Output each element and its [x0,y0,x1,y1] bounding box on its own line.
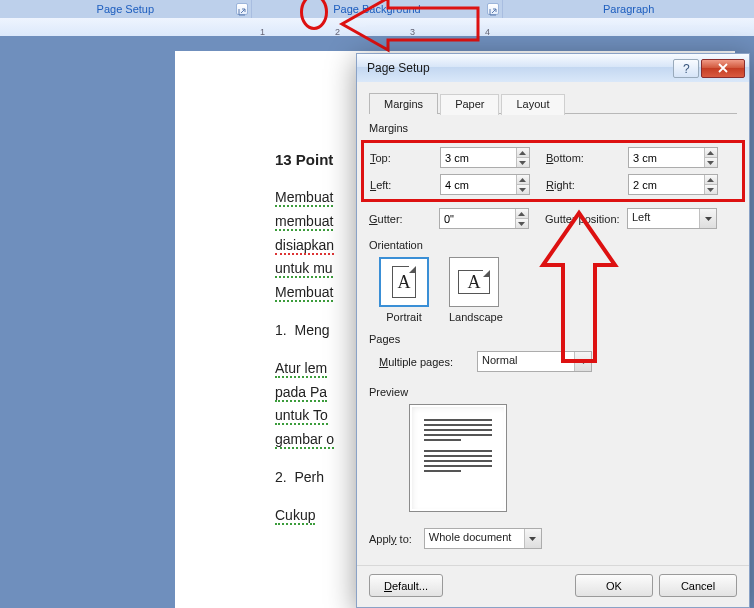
landscape-thumb: A [449,257,499,307]
annotation-arrow-up [539,209,619,373]
page-setup-dialog: Page Setup ? Margins Paper Layout Margin… [356,53,750,608]
portrait-thumb: A [379,257,429,307]
dialog-footer: Default... OK Cancel [357,565,749,607]
apply-to-label: Apply to: [369,533,412,545]
dialog-help-button[interactable]: ? [673,59,699,78]
annotation-highlight-box: Top: Bottom: Left: Right: [361,140,745,202]
top-margin-input[interactable] [441,148,516,167]
top-margin-label: Top: [370,152,424,164]
bottom-margin-label: Bottom: [546,152,612,164]
apply-to-combo[interactable]: Whole document [424,528,542,549]
preview-section-label: Preview [369,386,737,398]
portrait-label: Portrait [379,311,429,323]
ribbon-group-paragraph: Paragraph [503,0,754,18]
landscape-label: Landscape [449,311,503,323]
chevron-up-icon [705,175,717,185]
gutter-spinner[interactable] [439,208,529,229]
annotation-arrow-left [330,0,480,52]
gutter-position-combo[interactable]: Left [627,208,717,229]
left-margin-spinner[interactable] [440,174,530,195]
ribbon-group-page-setup: Page Setup [0,0,252,18]
gutter-position-value: Left [628,209,699,228]
preview-thumbnail [409,404,507,512]
svg-text:?: ? [683,62,690,75]
cancel-button[interactable]: Cancel [659,574,737,597]
chevron-down-icon [517,158,529,167]
chevron-up-icon [517,175,529,185]
top-margin-spinner[interactable] [440,147,530,168]
tab-layout[interactable]: Layout [501,94,564,115]
left-margin-input[interactable] [441,175,516,194]
orientation-landscape[interactable]: A Landscape [449,257,503,323]
ribbon-group-label: Page Setup [97,3,155,15]
chevron-up-icon [517,148,529,158]
chevron-down-icon [517,185,529,194]
right-margin-input[interactable] [629,175,704,194]
tab-margins[interactable]: Margins [369,93,438,114]
page-background-dialog-launcher[interactable] [487,3,499,15]
apply-to-value: Whole document [425,529,524,548]
chevron-down-icon [516,219,528,228]
tab-paper[interactable]: Paper [440,94,499,115]
chevron-up-icon [705,148,717,158]
default-button[interactable]: Default... [369,574,443,597]
chevron-down-icon [705,185,717,194]
bottom-margin-spinner[interactable] [628,147,718,168]
dialog-title: Page Setup [367,61,673,75]
orientation-portrait[interactable]: A Portrait [379,257,429,323]
chevron-up-icon [516,209,528,219]
left-margin-label: Left: [370,179,424,191]
gutter-input[interactable] [440,209,515,228]
ribbon-group-label: Paragraph [603,3,654,15]
page-setup-dialog-launcher[interactable] [236,3,248,15]
right-margin-spinner[interactable] [628,174,718,195]
dialog-titlebar[interactable]: Page Setup ? [357,54,749,82]
chevron-down-icon[interactable] [524,529,541,548]
chevron-down-icon [705,158,717,167]
gutter-label: Gutter: [369,213,423,225]
chevron-down-icon[interactable] [699,209,716,228]
ok-button[interactable]: OK [575,574,653,597]
right-margin-label: Right: [546,179,612,191]
multiple-pages-label: Multiple pages: [379,356,453,368]
dialog-close-button[interactable] [701,59,745,78]
bottom-margin-input[interactable] [629,148,704,167]
margins-section-label: Margins [369,122,737,134]
dialog-tabs: Margins Paper Layout [369,92,737,114]
